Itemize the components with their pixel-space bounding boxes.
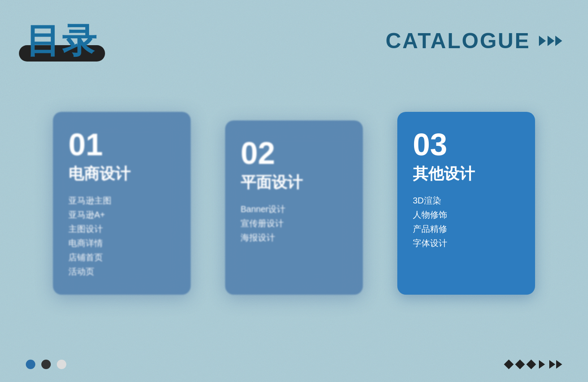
header: 目录 CATALOGUE xyxy=(0,0,588,69)
list-item: 字体设计 xyxy=(413,237,520,249)
nav-arrow-single-icon[interactable] xyxy=(539,360,545,369)
card-01[interactable]: 01 电商设计 亚马逊主图 亚马逊A+ 主图设计 电商详情 店铺首页 活动页 xyxy=(53,112,191,295)
list-item: 主图设计 xyxy=(68,223,175,235)
list-item: 海报设计 xyxy=(241,232,347,243)
card-01-title: 电商设计 xyxy=(68,163,175,185)
list-item: 宣传册设计 xyxy=(241,218,347,229)
list-item: 活动页 xyxy=(68,266,175,277)
card-03-number: 03 xyxy=(413,129,520,160)
card-03-list: 3D渲染 人物修饰 产品精修 字体设计 xyxy=(413,195,520,249)
arrow-double-icon xyxy=(548,36,562,46)
dot-blue[interactable] xyxy=(26,360,35,369)
list-item: 亚马逊A+ xyxy=(68,209,175,221)
list-item: 电商详情 xyxy=(68,237,175,249)
title-cn-wrapper: 目录 xyxy=(26,24,98,58)
card-01-list: 亚马逊主图 亚马逊A+ 主图设计 电商详情 店铺首页 活动页 xyxy=(68,195,175,277)
title-chinese: 目录 xyxy=(26,24,98,58)
dot-dark[interactable] xyxy=(41,360,51,369)
list-item: 产品精修 xyxy=(413,223,520,235)
list-item: 人物修饰 xyxy=(413,209,520,221)
bottom-dots-left xyxy=(26,360,66,369)
card-02-list: Banner设计 宣传册设计 海报设计 xyxy=(241,203,347,243)
list-item: 亚马逊主图 xyxy=(68,195,175,206)
diamond-icon-2[interactable] xyxy=(515,360,525,370)
nav-arrow-double-icon[interactable] xyxy=(549,360,562,369)
page: 目录 CATALOGUE 01 电商设计 亚马逊主图 亚马逊A+ 主图设计 xyxy=(0,0,588,382)
arrow-single-icon xyxy=(539,36,546,46)
title-english: CATALOGUE xyxy=(386,28,530,53)
catalogue-arrows xyxy=(539,36,562,46)
card-03[interactable]: 03 其他设计 3D渲染 人物修饰 产品精修 字体设计 xyxy=(397,112,535,295)
title-en-area: CATALOGUE xyxy=(386,28,562,53)
list-item: 3D渲染 xyxy=(413,195,520,206)
bottom-nav xyxy=(0,360,588,369)
card-03-title: 其他设计 xyxy=(413,163,520,185)
dot-white[interactable] xyxy=(57,360,66,369)
diamond-icon-1[interactable] xyxy=(504,360,514,370)
card-02-title: 平面设计 xyxy=(241,172,347,193)
card-01-number: 01 xyxy=(68,129,175,160)
cards-container: 01 电商设计 亚马逊主图 亚马逊A+ 主图设计 电商详情 店铺首页 活动页 0… xyxy=(0,112,588,295)
card-02[interactable]: 02 平面设计 Banner设计 宣传册设计 海报设计 xyxy=(225,120,363,295)
list-item: Banner设计 xyxy=(241,203,347,215)
diamond-icon-3[interactable] xyxy=(526,360,536,370)
card-02-number: 02 xyxy=(241,138,347,169)
bottom-right-nav xyxy=(505,360,562,369)
list-item: 店铺首页 xyxy=(68,252,175,263)
